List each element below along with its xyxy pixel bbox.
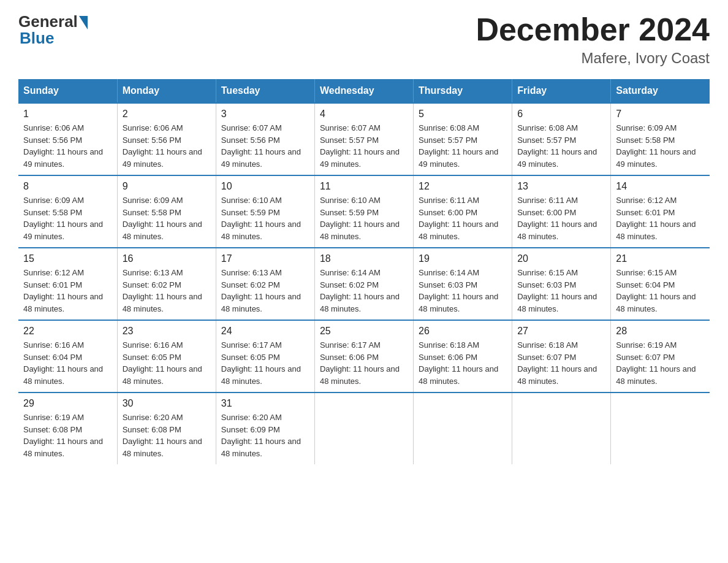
calendar-cell: 23Sunrise: 6:16 AMSunset: 6:05 PMDayligh…: [117, 320, 216, 393]
day-number: 13: [517, 181, 605, 192]
calendar-cell: 18Sunrise: 6:14 AMSunset: 6:02 PMDayligh…: [314, 248, 413, 320]
calendar-cell: 27Sunrise: 6:18 AMSunset: 6:07 PMDayligh…: [512, 320, 611, 393]
header-monday: Monday: [117, 79, 216, 103]
day-info: Sunrise: 6:06 AMSunset: 5:56 PMDaylight:…: [23, 122, 112, 170]
day-number: 27: [517, 326, 605, 337]
day-number: 23: [123, 326, 211, 337]
calendar-cell: 12Sunrise: 6:11 AMSunset: 6:00 PMDayligh…: [414, 175, 512, 248]
day-info: Sunrise: 6:19 AMSunset: 6:07 PMDaylight:…: [616, 339, 705, 387]
calendar-cell: 1Sunrise: 6:06 AMSunset: 5:56 PMDaylight…: [18, 103, 117, 175]
day-number: 4: [320, 109, 408, 120]
day-info: Sunrise: 6:15 AMSunset: 6:03 PMDaylight:…: [517, 267, 605, 315]
calendar-week-row: 22Sunrise: 6:16 AMSunset: 6:04 PMDayligh…: [18, 320, 710, 393]
calendar-cell: 30Sunrise: 6:20 AMSunset: 6:08 PMDayligh…: [117, 393, 216, 464]
day-number: 19: [419, 253, 507, 264]
day-info: Sunrise: 6:07 AMSunset: 5:57 PMDaylight:…: [320, 122, 408, 170]
header-friday: Friday: [512, 79, 611, 103]
logo-triangle-icon: [79, 16, 88, 29]
day-number: 12: [419, 181, 507, 192]
day-number: 29: [23, 398, 112, 409]
calendar-cell: [414, 393, 512, 464]
day-info: Sunrise: 6:13 AMSunset: 6:02 PMDaylight:…: [221, 267, 309, 315]
day-info: Sunrise: 6:06 AMSunset: 5:56 PMDaylight:…: [123, 122, 211, 170]
calendar-cell: 4Sunrise: 6:07 AMSunset: 5:57 PMDaylight…: [314, 103, 413, 175]
calendar-cell: 22Sunrise: 6:16 AMSunset: 6:04 PMDayligh…: [18, 320, 117, 393]
day-number: 26: [419, 326, 507, 337]
day-number: 3: [221, 109, 309, 120]
day-info: Sunrise: 6:15 AMSunset: 6:04 PMDaylight:…: [616, 267, 705, 315]
day-number: 22: [23, 326, 112, 337]
day-info: Sunrise: 6:08 AMSunset: 5:57 PMDaylight:…: [419, 122, 507, 170]
day-info: Sunrise: 6:19 AMSunset: 6:08 PMDaylight:…: [23, 412, 112, 459]
calendar-week-row: 29Sunrise: 6:19 AMSunset: 6:08 PMDayligh…: [18, 393, 710, 464]
calendar-cell: 15Sunrise: 6:12 AMSunset: 6:01 PMDayligh…: [18, 248, 117, 320]
day-info: Sunrise: 6:09 AMSunset: 5:58 PMDaylight:…: [123, 194, 211, 242]
calendar-cell: 6Sunrise: 6:08 AMSunset: 5:57 PMDaylight…: [512, 103, 611, 175]
calendar-header-row: SundayMondayTuesdayWednesdayThursdayFrid…: [18, 79, 710, 103]
header-sunday: Sunday: [18, 79, 117, 103]
title-block: December 2024 Mafere, Ivory Coast: [476, 12, 710, 67]
calendar-week-row: 1Sunrise: 6:06 AMSunset: 5:56 PMDaylight…: [18, 103, 710, 175]
page-title: December 2024: [476, 12, 710, 47]
day-info: Sunrise: 6:18 AMSunset: 6:07 PMDaylight:…: [517, 339, 605, 387]
day-info: Sunrise: 6:11 AMSunset: 6:00 PMDaylight:…: [517, 194, 605, 242]
day-info: Sunrise: 6:07 AMSunset: 5:56 PMDaylight:…: [221, 122, 309, 170]
header-wednesday: Wednesday: [314, 79, 413, 103]
calendar-cell: 9Sunrise: 6:09 AMSunset: 5:58 PMDaylight…: [117, 175, 216, 248]
calendar-cell: 26Sunrise: 6:18 AMSunset: 6:06 PMDayligh…: [414, 320, 512, 393]
calendar-cell: 5Sunrise: 6:08 AMSunset: 5:57 PMDaylight…: [414, 103, 512, 175]
page-subtitle: Mafere, Ivory Coast: [476, 50, 710, 67]
day-number: 31: [221, 398, 309, 409]
calendar-cell: 29Sunrise: 6:19 AMSunset: 6:08 PMDayligh…: [18, 393, 117, 464]
day-number: 17: [221, 253, 309, 264]
day-info: Sunrise: 6:12 AMSunset: 6:01 PMDaylight:…: [23, 267, 112, 315]
day-info: Sunrise: 6:10 AMSunset: 5:59 PMDaylight:…: [320, 194, 408, 242]
day-info: Sunrise: 6:16 AMSunset: 6:05 PMDaylight:…: [123, 339, 211, 387]
day-number: 21: [616, 253, 705, 264]
day-info: Sunrise: 6:12 AMSunset: 6:01 PMDaylight:…: [616, 194, 705, 242]
day-number: 9: [123, 181, 211, 192]
calendar-cell: 24Sunrise: 6:17 AMSunset: 6:05 PMDayligh…: [216, 320, 314, 393]
day-info: Sunrise: 6:14 AMSunset: 6:02 PMDaylight:…: [320, 267, 408, 315]
calendar-cell: 28Sunrise: 6:19 AMSunset: 6:07 PMDayligh…: [611, 320, 710, 393]
calendar-week-row: 15Sunrise: 6:12 AMSunset: 6:01 PMDayligh…: [18, 248, 710, 320]
day-info: Sunrise: 6:17 AMSunset: 6:06 PMDaylight:…: [320, 339, 408, 387]
day-number: 7: [616, 109, 705, 120]
day-number: 18: [320, 253, 408, 264]
day-info: Sunrise: 6:20 AMSunset: 6:09 PMDaylight:…: [221, 412, 309, 459]
header-thursday: Thursday: [414, 79, 512, 103]
day-info: Sunrise: 6:09 AMSunset: 5:58 PMDaylight:…: [616, 122, 705, 170]
day-number: 11: [320, 181, 408, 192]
day-info: Sunrise: 6:14 AMSunset: 6:03 PMDaylight:…: [419, 267, 507, 315]
day-info: Sunrise: 6:13 AMSunset: 6:02 PMDaylight:…: [123, 267, 211, 315]
header-tuesday: Tuesday: [216, 79, 314, 103]
calendar-cell: 14Sunrise: 6:12 AMSunset: 6:01 PMDayligh…: [611, 175, 710, 248]
calendar-cell: 11Sunrise: 6:10 AMSunset: 5:59 PMDayligh…: [314, 175, 413, 248]
calendar-cell: [314, 393, 413, 464]
day-number: 5: [419, 109, 507, 120]
day-info: Sunrise: 6:20 AMSunset: 6:08 PMDaylight:…: [123, 412, 211, 459]
day-number: 2: [123, 109, 211, 120]
calendar-table: SundayMondayTuesdayWednesdayThursdayFrid…: [18, 79, 710, 464]
day-number: 16: [123, 253, 211, 264]
day-number: 30: [123, 398, 211, 409]
day-number: 25: [320, 326, 408, 337]
calendar-week-row: 8Sunrise: 6:09 AMSunset: 5:58 PMDaylight…: [18, 175, 710, 248]
calendar-cell: 21Sunrise: 6:15 AMSunset: 6:04 PMDayligh…: [611, 248, 710, 320]
header-saturday: Saturday: [611, 79, 710, 103]
calendar-cell: 3Sunrise: 6:07 AMSunset: 5:56 PMDaylight…: [216, 103, 314, 175]
day-info: Sunrise: 6:17 AMSunset: 6:05 PMDaylight:…: [221, 339, 309, 387]
calendar-cell: 8Sunrise: 6:09 AMSunset: 5:58 PMDaylight…: [18, 175, 117, 248]
day-number: 24: [221, 326, 309, 337]
day-number: 15: [23, 253, 112, 264]
calendar-cell: 10Sunrise: 6:10 AMSunset: 5:59 PMDayligh…: [216, 175, 314, 248]
day-number: 1: [23, 109, 112, 120]
day-info: Sunrise: 6:08 AMSunset: 5:57 PMDaylight:…: [517, 122, 605, 170]
page-header: General Blue December 2024 Mafere, Ivory…: [18, 12, 710, 67]
calendar-cell: 17Sunrise: 6:13 AMSunset: 6:02 PMDayligh…: [216, 248, 314, 320]
calendar-cell: 7Sunrise: 6:09 AMSunset: 5:58 PMDaylight…: [611, 103, 710, 175]
logo-blue-text: Blue: [20, 29, 54, 48]
calendar-cell: [611, 393, 710, 464]
day-number: 28: [616, 326, 705, 337]
day-info: Sunrise: 6:11 AMSunset: 6:00 PMDaylight:…: [419, 194, 507, 242]
